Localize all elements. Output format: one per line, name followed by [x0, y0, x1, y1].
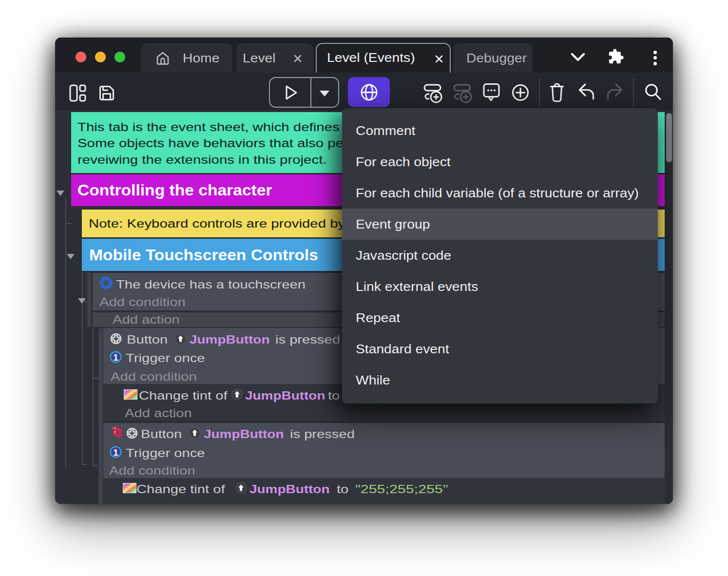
svg-text:1: 1 — [113, 352, 118, 363]
svg-text:1: 1 — [113, 447, 118, 458]
